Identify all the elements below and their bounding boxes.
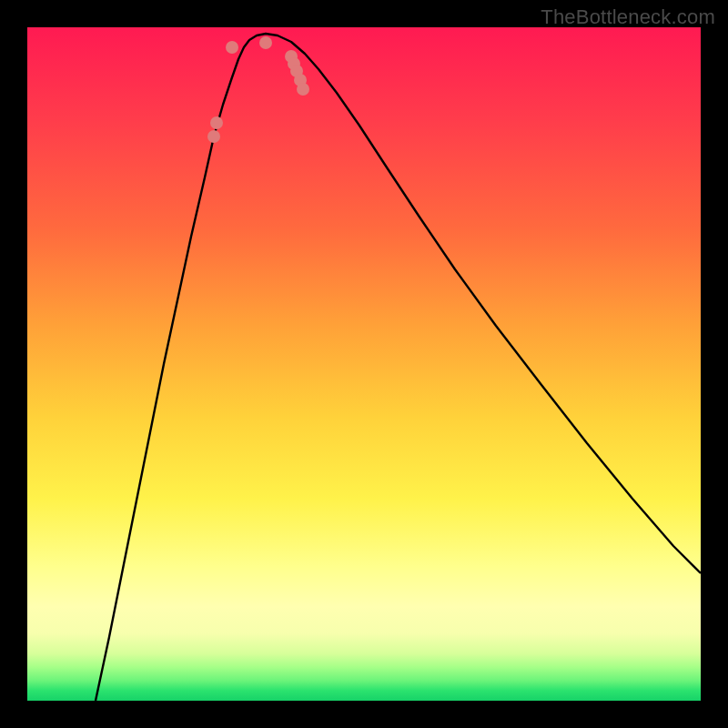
- highlight-dot: [259, 36, 272, 49]
- chart-frame: TheBottleneck.com: [0, 0, 728, 728]
- plot-area: [27, 27, 701, 701]
- highlight-dot: [207, 130, 220, 143]
- highlight-dot: [210, 116, 223, 129]
- curve-svg: [27, 27, 701, 701]
- bottleneck-curve: [96, 34, 701, 701]
- watermark-text: TheBottleneck.com: [541, 5, 715, 29]
- highlight-dot: [297, 83, 309, 96]
- highlight-dot: [226, 41, 238, 54]
